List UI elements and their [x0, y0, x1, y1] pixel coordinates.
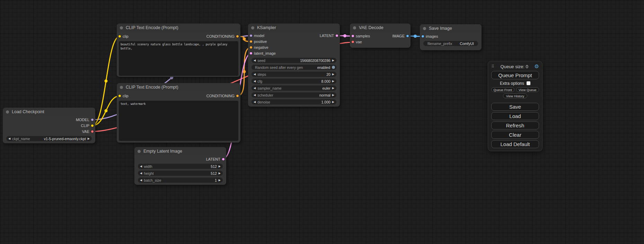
widget-width[interactable]: ◀ width 512 ▶	[138, 164, 223, 169]
output-port-latent[interactable]	[222, 157, 225, 161]
slot-row-latent-image: latent_image	[248, 50, 340, 56]
increment-icon[interactable]: ▶	[219, 172, 221, 175]
collapse-dot-icon[interactable]	[6, 110, 9, 114]
input-port-samples[interactable]	[351, 34, 354, 37]
link-midpoint-dot	[243, 70, 246, 73]
output-port-conditioning[interactable]	[236, 35, 239, 38]
input-port-clip[interactable]	[118, 35, 121, 38]
queue-front-button[interactable]: Queue Front	[491, 87, 514, 92]
input-port-vae[interactable]	[351, 40, 354, 43]
slot-row-negative: negative	[248, 44, 340, 50]
decrement-icon[interactable]: ◀	[254, 101, 256, 103]
queue-prompt-button[interactable]: Queue Prompt	[491, 71, 539, 79]
decrement-icon[interactable]: ◀	[254, 73, 256, 76]
node-clip-text-encode-positive[interactable]: CLIP Text Encode (Prompt) clip CONDITION…	[117, 24, 240, 77]
clear-button[interactable]: Clear	[491, 131, 539, 139]
increment-icon[interactable]: ▶	[332, 80, 334, 83]
widget-ckpt-name[interactable]: ◀ ckpt_name v1-5-pruned-emaonly.ckpt ▶	[6, 136, 92, 141]
decrement-icon[interactable]: ◀	[254, 94, 256, 97]
negative-prompt-textarea[interactable]: text, watermark	[119, 101, 238, 141]
decrement-icon[interactable]: ◀	[8, 137, 10, 140]
node-title-bar[interactable]: CLIP Text Encode (Prompt)	[117, 24, 240, 32]
node-title-bar[interactable]: VAE Decode	[350, 24, 411, 32]
node-empty-latent-image[interactable]: Empty Latent Image LATENT ◀ width 512 ▶ …	[134, 147, 226, 185]
node-title-bar[interactable]: Save Image	[420, 24, 482, 33]
node-ksampler[interactable]: KSampler model LATENT positive negative	[248, 24, 340, 107]
increment-icon[interactable]: ▶	[219, 179, 221, 182]
collapse-dot-icon[interactable]	[138, 150, 141, 153]
slot-row-samples-image: samples IMAGE	[350, 33, 411, 39]
link-wire-clip	[92, 96, 120, 126]
history-row: View History	[491, 93, 539, 98]
output-row-latent: LATENT	[134, 156, 226, 162]
refresh-button[interactable]: Refresh	[491, 121, 539, 129]
input-port-latent-image[interactable]	[249, 52, 253, 55]
view-queue-button[interactable]: View Queue	[516, 87, 539, 92]
decrement-icon[interactable]: ◀	[140, 179, 142, 182]
increment-icon[interactable]: ▶	[332, 101, 334, 103]
node-save-image[interactable]: Save Image images filename_prefix ComfyU…	[420, 24, 482, 50]
node-vae-decode[interactable]: VAE Decode samples IMAGE vae	[350, 24, 411, 48]
output-port-conditioning[interactable]	[236, 94, 239, 98]
output-port-latent[interactable]	[335, 34, 338, 37]
collapse-dot-icon[interactable]	[423, 27, 426, 30]
node-clip-text-encode-negative[interactable]: CLIP Text Encode (Prompt) clip CONDITION…	[117, 83, 240, 143]
output-port-model[interactable]	[91, 118, 94, 121]
save-button[interactable]: Save	[491, 103, 539, 111]
output-port-vae[interactable]	[91, 130, 94, 133]
toggle-knob-icon[interactable]	[332, 66, 335, 69]
widget-batch-size[interactable]: ◀ batch_size 1 ▶	[138, 178, 223, 183]
slot-row-vae: vae	[350, 39, 411, 45]
increment-icon[interactable]: ▶	[332, 94, 334, 97]
input-port-images[interactable]	[421, 35, 424, 38]
widget-sampler-name[interactable]: ◀ sampler_name euler ▶	[252, 85, 336, 91]
widget-denoise[interactable]: ◀ denoise 1.000 ▶	[252, 99, 336, 105]
drag-handle-icon[interactable]: ⠿	[491, 64, 494, 69]
input-port-negative[interactable]	[249, 46, 253, 49]
extra-options-checkbox[interactable]	[527, 81, 530, 85]
node-title-bar[interactable]: CLIP Text Encode (Prompt)	[117, 83, 240, 91]
widget-scheduler[interactable]: ◀ scheduler normal ▶	[252, 92, 336, 98]
slot-row-positive: positive	[248, 38, 340, 44]
increment-icon[interactable]: ▶	[332, 73, 334, 76]
increment-icon[interactable]: ▶	[88, 137, 90, 140]
input-port-positive[interactable]	[249, 40, 253, 43]
increment-icon[interactable]: ▶	[332, 59, 334, 62]
collapse-dot-icon[interactable]	[353, 26, 356, 29]
collapse-dot-icon[interactable]	[120, 86, 123, 89]
widget-cfg[interactable]: ◀ cfg 8.000 ▶	[252, 79, 336, 84]
collapse-dot-icon[interactable]	[251, 26, 254, 29]
increment-icon[interactable]: ▶	[332, 87, 334, 90]
node-title-bar[interactable]: KSampler	[248, 24, 340, 32]
widget-filename-prefix[interactable]: filename_prefix ComfyUI	[423, 41, 478, 46]
node-title-bar[interactable]: Empty Latent Image	[134, 147, 226, 155]
output-row-vae: VAE	[3, 128, 95, 134]
node-load-checkpoint[interactable]: Load Checkpoint MODEL CLIP VAE ◀ ckpt_na…	[3, 108, 95, 143]
input-port-clip[interactable]	[118, 94, 121, 98]
widget-height[interactable]: ◀ height 512 ▶	[138, 171, 223, 176]
node-title-bar[interactable]: Load Checkpoint	[3, 108, 95, 116]
link-midpoint-dot	[105, 109, 108, 112]
increment-icon[interactable]: ▶	[219, 165, 221, 168]
load-button[interactable]: Load	[491, 112, 539, 120]
queue-panel: ⠿ Queue size: 0 ⚙ Queue Prompt Extra opt…	[488, 61, 542, 151]
decrement-icon[interactable]: ◀	[140, 172, 142, 175]
settings-gear-icon[interactable]: ⚙	[535, 63, 539, 70]
output-port-clip[interactable]	[91, 124, 94, 127]
positive-prompt-textarea[interactable]: beautiful scenery nature glass bottle la…	[119, 41, 238, 76]
link-wire-clip	[92, 36, 120, 126]
widget-random-seed-toggle[interactable]: Random seed after every gen enabled	[252, 65, 336, 70]
decrement-icon[interactable]: ◀	[254, 87, 256, 90]
view-history-button[interactable]: View History	[503, 93, 527, 98]
collapse-dot-icon[interactable]	[120, 26, 123, 29]
output-port-image[interactable]	[406, 34, 409, 37]
input-port-model[interactable]	[249, 34, 253, 37]
decrement-icon[interactable]: ◀	[254, 80, 256, 83]
node-graph-canvas[interactable]: Load Checkpoint MODEL CLIP VAE ◀ ckpt_na…	[0, 0, 644, 244]
slot-row-images: images	[420, 33, 482, 39]
widget-seed[interactable]: ◀ seed 156680208700286 ▶	[252, 58, 336, 63]
load-default-button[interactable]: Load Default	[491, 140, 539, 148]
decrement-icon[interactable]: ◀	[254, 59, 256, 62]
widget-steps[interactable]: ◀ steps 20 ▶	[252, 72, 336, 77]
decrement-icon[interactable]: ◀	[140, 165, 142, 168]
